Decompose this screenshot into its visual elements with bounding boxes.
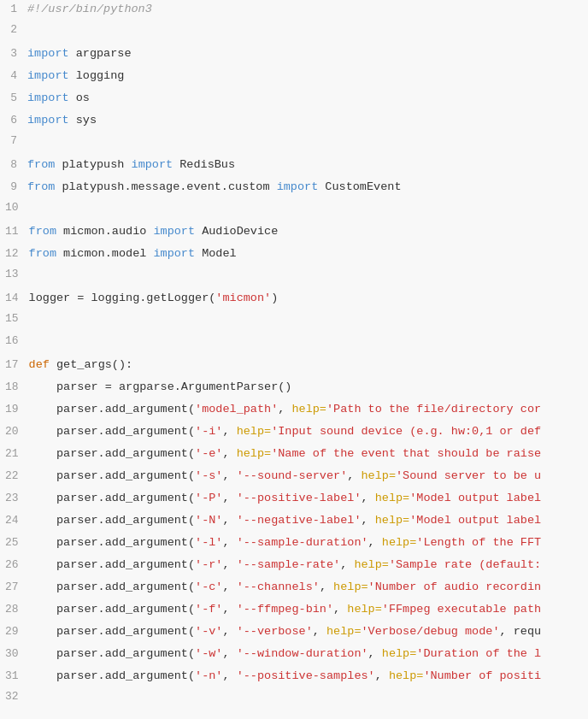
code-line: 14logger = logging.getLogger('micmon') [0, 289, 588, 311]
token-normal: parser.add_argument( [29, 558, 195, 571]
code-line: 15 [0, 311, 588, 333]
line-number: 19 [0, 403, 29, 415]
token-keyword: import [153, 225, 195, 238]
code-line: 11from micmon.audio import AudioDevice [0, 222, 588, 245]
token-normal: platypush [55, 158, 131, 171]
code-line: 17def get_args(): [0, 356, 588, 378]
code-line: 23 parser.add_argument('-P', '--positive… [0, 489, 588, 511]
token-normal: , [222, 558, 236, 571]
token-string: '-v' [195, 625, 222, 638]
token-normal: parser.add_argument( [29, 581, 195, 593]
line-content: #!/usr/bin/python3 [27, 1, 152, 18]
token-normal: , [222, 425, 236, 438]
token-normal: micmon.audio [56, 225, 153, 238]
line-content: parser.add_argument('-r', '--sample-rate… [29, 557, 542, 574]
token-normal: , [222, 447, 236, 460]
line-content: import logging [27, 68, 124, 85]
line-number: 30 [0, 647, 29, 660]
code-line: 12from micmon.model import Model [0, 245, 588, 267]
token-string: '--ffmpeg-bin' [237, 603, 333, 616]
token-normal: , [340, 558, 354, 571]
line-content: from platypush import RedisBus [27, 156, 235, 174]
line-number: 21 [0, 447, 29, 460]
token-normal: parser.add_argument( [29, 647, 195, 660]
token-normal: , requ [500, 625, 542, 638]
token-string: 'Model output label [409, 492, 541, 504]
code-line: 5import os [0, 89, 588, 111]
token-normal: logger = logging.getLogger( [29, 292, 216, 304]
token-string: 'model_path' [195, 403, 278, 415]
token-normal: , [222, 625, 236, 638]
token-string: 'Model output label [409, 514, 541, 527]
token-normal: , [320, 581, 333, 593]
token-normal: , [222, 647, 236, 660]
token-keyword: import [27, 69, 69, 82]
token-string: 'Number of audio recordin [368, 581, 542, 593]
line-content: parser.add_argument('-c', '--channels', … [29, 579, 542, 596]
token-help: help= [237, 447, 272, 460]
token-keyword: from [27, 158, 55, 171]
token-normal: micmon.model [56, 247, 153, 260]
token-help: help= [389, 669, 424, 682]
line-number: 14 [0, 292, 29, 304]
line-number: 18 [0, 380, 29, 393]
line-content: from platypush.message.event.custom impo… [27, 179, 401, 196]
token-normal: RedisBus [173, 158, 235, 171]
token-normal: parser.add_argument( [29, 403, 195, 415]
token-help: help= [382, 536, 417, 549]
token-normal: , [361, 514, 374, 527]
token-string: '-f' [195, 603, 222, 616]
token-string: '--positive-label' [237, 492, 362, 504]
line-number: 6 [0, 114, 27, 127]
token-normal: parser.add_argument( [29, 447, 195, 460]
token-string: 'Path to the file/directory cor [326, 403, 541, 415]
line-number: 5 [0, 91, 27, 104]
token-normal: , [222, 514, 236, 527]
line-number: 2 [0, 23, 27, 36]
line-number: 8 [0, 158, 27, 171]
line-number: 22 [0, 469, 29, 482]
code-line: 29 parser.add_argument('-v', '--verbose'… [0, 622, 588, 645]
code-line: 19 parser.add_argument('model_path', hel… [0, 400, 588, 422]
code-line: 31 parser.add_argument('-n', '--positive… [0, 667, 588, 689]
token-normal: , [278, 403, 291, 415]
line-content: import sys [27, 112, 97, 129]
code-line: 21 parser.add_argument('-e', help='Name … [0, 445, 588, 467]
token-string: '--sample-duration' [237, 536, 368, 549]
code-line: 27 parser.add_argument('-c', '--channels… [0, 578, 588, 600]
line-content: parser.add_argument('-N', '--negative-la… [29, 512, 542, 529]
token-normal: , [222, 581, 236, 593]
line-content: parser.add_argument('-P', '--positive-la… [29, 490, 542, 507]
token-string: '-e' [195, 447, 222, 460]
code-line: 13 [0, 267, 588, 289]
token-help: help= [291, 403, 326, 415]
token-def: def [29, 358, 50, 371]
token-string: '--positive-samples' [237, 669, 375, 682]
token-normal: parser.add_argument( [29, 603, 195, 616]
token-normal: , [222, 669, 236, 682]
code-line: 8from platypush import RedisBus [0, 156, 588, 178]
token-normal: , [222, 603, 236, 616]
token-string: 'Sound server to be u [396, 469, 541, 482]
line-content: parser.add_argument('-n', '--positive-sa… [29, 668, 542, 685]
code-line: 1#!/usr/bin/python3 [0, 0, 588, 22]
code-line: 18 parser = argparse.ArgumentParser() [0, 378, 588, 400]
line-number: 32 [0, 690, 29, 703]
token-string: '--verbose' [237, 625, 313, 638]
code-line: 30 parser.add_argument('-w', '--window-d… [0, 645, 588, 667]
token-normal: , [368, 647, 382, 660]
token-help: help= [375, 492, 410, 504]
code-line: 2 [0, 22, 588, 44]
token-normal: , [222, 492, 236, 504]
token-string: '-i' [195, 425, 222, 438]
line-number: 7 [0, 134, 27, 147]
token-help: help= [333, 581, 368, 593]
token-string: '--negative-label' [237, 514, 362, 527]
line-number: 31 [0, 669, 29, 682]
token-keyword: from [27, 180, 55, 193]
token-normal: sys [69, 114, 97, 127]
line-number: 1 [0, 3, 27, 15]
line-content: parser.add_argument('-l', '--sample-dura… [29, 534, 542, 551]
token-string: '--sound-server' [237, 469, 348, 482]
line-content: parser.add_argument('-i', help='Input so… [29, 423, 542, 440]
